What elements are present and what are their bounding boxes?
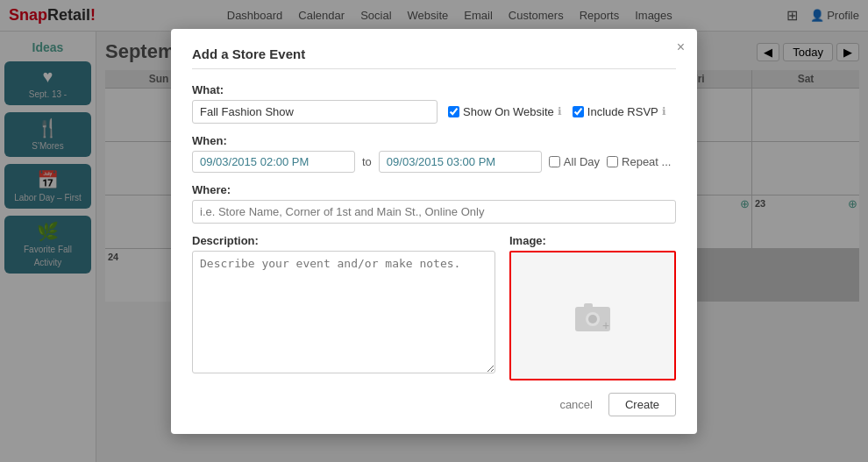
include-rsvp-label: Include RSVP — [587, 105, 658, 118]
description-col: Description: — [192, 234, 495, 380]
show-on-website-checkbox[interactable] — [448, 106, 459, 117]
modal-close-button[interactable]: × — [677, 39, 685, 55]
when-label: When: — [192, 134, 676, 147]
start-date-input[interactable] — [192, 151, 355, 173]
show-on-website-info-icon[interactable]: ℹ — [558, 105, 562, 117]
repeat-checkbox[interactable] — [607, 156, 618, 167]
add-event-modal: Add a Store Event × What: Show On Websit… — [171, 29, 697, 434]
to-label: to — [362, 155, 372, 168]
image-col: Image: + — [509, 234, 676, 380]
what-label: What: — [192, 83, 676, 96]
modal-footer: cancel Create — [192, 393, 676, 416]
where-label: Where: — [192, 183, 676, 196]
all-day-label: All Day — [564, 155, 600, 168]
image-label: Image: — [509, 234, 676, 247]
when-row: When: to All Day Repeat ... — [192, 134, 676, 173]
cancel-button[interactable]: cancel — [552, 393, 600, 416]
modal-overlay: Add a Store Event × What: Show On Websit… — [0, 0, 868, 462]
all-day-group: All Day — [549, 155, 600, 168]
desc-image-row: Description: Image: + — [192, 234, 676, 380]
modal-title: Add a Store Event — [192, 46, 676, 69]
description-textarea[interactable] — [192, 251, 495, 373]
show-on-website-group: Show On Website ℹ — [448, 105, 562, 118]
svg-text:+: + — [602, 318, 609, 332]
camera-icon: + — [571, 298, 615, 333]
create-button[interactable]: Create — [608, 393, 676, 416]
event-name-input[interactable] — [192, 100, 438, 124]
repeat-label: Repeat ... — [622, 155, 671, 168]
show-on-website-label: Show On Website — [463, 105, 554, 118]
when-input-row: to All Day Repeat ... — [192, 151, 676, 173]
where-input[interactable] — [192, 200, 676, 224]
end-date-input[interactable] — [379, 151, 542, 173]
include-rsvp-group: Include RSVP ℹ — [573, 105, 666, 118]
what-input-row: Show On Website ℹ Include RSVP ℹ — [192, 100, 676, 124]
include-rsvp-checkbox[interactable] — [573, 106, 584, 117]
include-rsvp-info-icon[interactable]: ℹ — [662, 105, 666, 117]
what-row: What: Show On Website ℹ Include RSVP ℹ — [192, 83, 676, 124]
svg-point-2 — [588, 315, 597, 323]
all-day-checkbox[interactable] — [549, 156, 560, 167]
where-row: Where: — [192, 183, 676, 224]
svg-rect-3 — [584, 303, 593, 309]
repeat-group: Repeat ... — [607, 155, 671, 168]
description-label: Description: — [192, 234, 495, 247]
image-upload-box[interactable]: + — [509, 251, 676, 380]
